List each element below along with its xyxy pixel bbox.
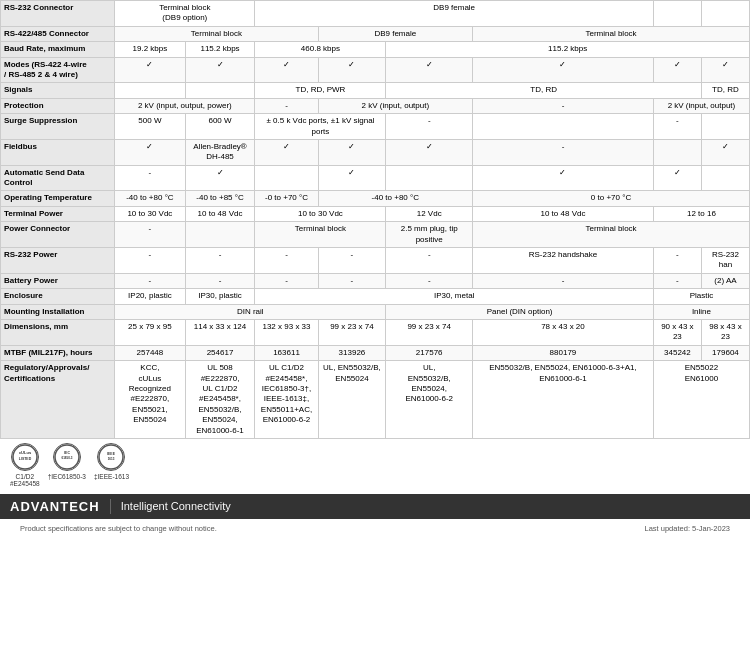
table-cell: Panel (DIN option)	[386, 304, 654, 319]
table-cell: 254617	[185, 345, 255, 360]
table-cell: 179604	[701, 345, 749, 360]
svg-text:IEEE: IEEE	[107, 452, 116, 456]
certif-label-culus: C1/D2#E245458	[10, 473, 40, 487]
table-cell	[185, 222, 255, 248]
table-cell: -	[653, 248, 701, 274]
table-cell	[701, 165, 749, 191]
table-cell: UL 508 #E222870, UL C1/D2 #E245458*, EN5…	[185, 361, 255, 439]
table-cell: TD, RD	[701, 83, 749, 98]
table-cell: ✓	[115, 57, 185, 83]
table-cell: -	[653, 114, 701, 140]
table-row: Fieldbus✓Allen-Bradley® DH-485✓✓✓-✓	[1, 139, 750, 165]
row-label: Protection	[1, 98, 115, 113]
table-cell: 0 to +70 °C	[473, 191, 750, 206]
table-cell: UL C1/D2 #E245458*, IEC61850-3†, IEEE-16…	[255, 361, 318, 439]
table-cell: EN55032/B, EN55024, EN61000-6-3+A1, EN61…	[473, 361, 654, 439]
table-row: RS-422/485 ConnectorTerminal blockDB9 fe…	[1, 26, 750, 41]
table-cell: UL, EN55032/B, EN55024	[318, 361, 386, 439]
table-cell: EN55022 EN61000	[653, 361, 749, 439]
table-cell: Terminal block	[115, 26, 318, 41]
table-cell: IP20, plastic	[115, 289, 185, 304]
table-row: Automatic Send Data Control-✓✓✓✓	[1, 165, 750, 191]
table-cell: -	[185, 273, 255, 288]
certif-icon-ieee: IEEE 1613	[97, 443, 125, 471]
row-label: Power Connector	[1, 222, 115, 248]
certif-label-ieee: ‡IEEE-1613	[94, 473, 129, 480]
table-row: SignalsTD, RD, PWRTD, RDTD, RD	[1, 83, 750, 98]
table-cell: -	[185, 248, 255, 274]
brand-name: ADVANTECH	[10, 499, 111, 514]
table-cell: 460.8 kbps	[255, 42, 386, 57]
table-cell: 880179	[473, 345, 654, 360]
table-cell: 10 to 48 Vdc	[473, 206, 654, 221]
table-cell: 90 x 43 x 23	[653, 319, 701, 345]
footer-tagline: Intelligent Connectivity	[121, 500, 231, 512]
table-cell: 2 kV (input, output)	[318, 98, 473, 113]
table-cell: 115.2 kbps	[185, 42, 255, 57]
table-cell: 345242	[653, 345, 701, 360]
table-cell	[653, 139, 701, 165]
table-cell: Terminal block	[473, 222, 750, 248]
table-row: Baud Rate, maximum19.2 kbps115.2 kbps460…	[1, 42, 750, 57]
table-cell: 600 W	[185, 114, 255, 140]
table-cell: ✓	[473, 165, 654, 191]
table-cell	[653, 1, 701, 27]
table-cell: ✓	[701, 57, 749, 83]
table-cell: 98 x 43 x 23	[701, 319, 749, 345]
table-cell: 10 to 30 Vdc	[115, 206, 185, 221]
footer-bar: ADVANTECH Intelligent Connectivity	[0, 494, 750, 519]
table-cell: ✓	[473, 57, 654, 83]
svg-text:IEC: IEC	[64, 451, 70, 455]
table-cell: -	[473, 273, 654, 288]
certif-section: cULus LISTED C1/D2#E245458 IEC 61850-3 †…	[0, 439, 750, 489]
svg-text:1613: 1613	[108, 457, 115, 461]
table-cell: 25 x 79 x 95	[115, 319, 185, 345]
table-cell: 19.2 kbps	[115, 42, 185, 57]
table-cell: -0 to +70 °C	[255, 191, 318, 206]
row-label: Modes (RS-422 4-wire / RS-485 2 & 4 wire…	[1, 57, 115, 83]
row-label: Fieldbus	[1, 139, 115, 165]
table-cell: Inline	[653, 304, 749, 319]
table-cell: -40 to +85 °C	[185, 191, 255, 206]
row-label: Mounting Installation	[1, 304, 115, 319]
table-cell: 257448	[115, 345, 185, 360]
table-cell: -	[115, 248, 185, 274]
table-cell: DB9 female	[318, 26, 473, 41]
table-cell: Allen-Bradley® DH-485	[185, 139, 255, 165]
table-row: RS-232 ConnectorTerminal block (DB9 opti…	[1, 1, 750, 27]
certif-culus: cULus LISTED C1/D2#E245458	[10, 443, 40, 487]
table-cell: -	[318, 248, 386, 274]
table-cell: 12 to 16	[653, 206, 749, 221]
table-cell: TD, RD	[386, 83, 702, 98]
table-cell	[701, 114, 749, 140]
table-cell: -	[115, 222, 185, 248]
svg-text:61850-3: 61850-3	[61, 456, 72, 460]
table-cell: ✓	[185, 165, 255, 191]
table-cell: 132 x 93 x 33	[255, 319, 318, 345]
row-label: MTBF (MIL217F), hours	[1, 345, 115, 360]
table-cell	[386, 165, 473, 191]
table-cell	[255, 165, 318, 191]
table-cell	[185, 83, 255, 98]
table-row: Operating Temperature-40 to +80 °C-40 to…	[1, 191, 750, 206]
table-cell: 99 x 23 x 74	[318, 319, 386, 345]
row-label: Terminal Power	[1, 206, 115, 221]
table-cell: KCC, cULus Recognized #E222870, EN55021,…	[115, 361, 185, 439]
row-label: RS-232 Power	[1, 248, 115, 274]
table-cell: ± 0.5 k Vdc ports, ±1 kV signal ports	[255, 114, 386, 140]
table-cell: 2.5 mm plug, tip positive	[386, 222, 473, 248]
svg-text:cULus: cULus	[19, 450, 32, 455]
table-cell: RS-232 han	[701, 248, 749, 274]
table-cell: 2 kV (input, output, power)	[115, 98, 255, 113]
certif-label-iec: †IEC61850-3	[48, 473, 86, 480]
table-cell: 500 W	[115, 114, 185, 140]
certif-icon-iec: IEC 61850-3	[53, 443, 81, 471]
table-cell: ✓	[318, 165, 386, 191]
certif-icon-culus: cULus LISTED	[11, 443, 39, 471]
table-cell: IP30, metal	[255, 289, 653, 304]
table-cell: (2) AA	[701, 273, 749, 288]
table-cell: 12 Vdc	[386, 206, 473, 221]
table-cell: 313926	[318, 345, 386, 360]
table-cell: ✓	[255, 139, 318, 165]
table-row: Dimensions, mm25 x 79 x 95114 x 33 x 124…	[1, 319, 750, 345]
